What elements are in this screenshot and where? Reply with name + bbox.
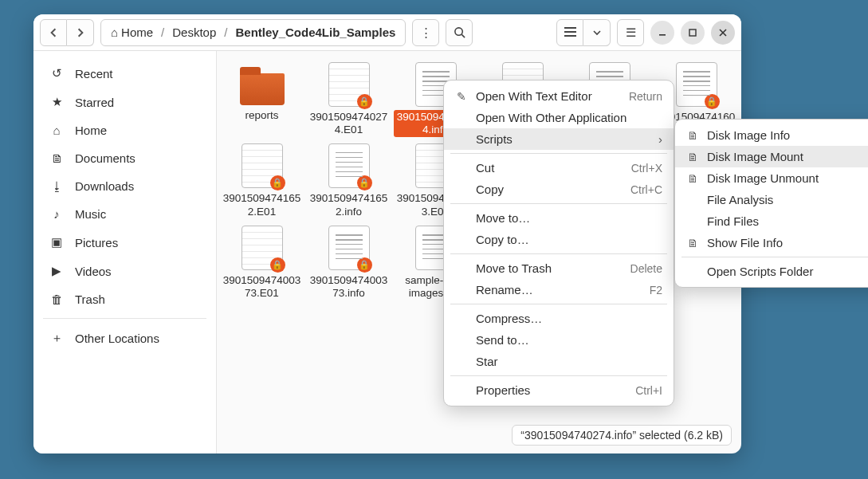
- minimize-button[interactable]: [650, 21, 674, 45]
- trash-icon: 🗑: [49, 293, 64, 306]
- nav-buttons: [40, 19, 94, 46]
- home-icon: ⌂: [49, 124, 64, 137]
- sidebar-item-label: Starred: [75, 96, 114, 109]
- file-icon: 🗎: [686, 237, 699, 249]
- menu-separator: [450, 304, 667, 304]
- sidebar-item-downloads[interactable]: ⭳ Downloads: [33, 172, 216, 200]
- sidebar-separator: [43, 318, 206, 319]
- menu-item-disk-image-info[interactable]: 🗎Disk Image Info›: [675, 124, 868, 146]
- file-label: 390150947400373.info: [307, 273, 391, 300]
- menu-item-label: Find Files: [707, 214, 866, 228]
- menu-item-file-analysis[interactable]: File Analysis›: [675, 189, 868, 210]
- crumb-home-label: Home: [121, 26, 153, 39]
- sidebar-item-videos[interactable]: ▶ Videos: [33, 257, 216, 285]
- menu-item-label: Rename…: [476, 283, 642, 296]
- menu-item-label: Scripts: [476, 132, 650, 146]
- list-view-button[interactable]: [556, 19, 583, 46]
- file-item[interactable]: reports: [218, 59, 305, 140]
- sidebar-item-pictures[interactable]: ▣ Pictures: [33, 228, 216, 257]
- file-item[interactable]: 🔒 390150947400373.info: [305, 222, 392, 304]
- menu-item-scripts[interactable]: Scripts›: [444, 128, 674, 150]
- menu-item-label: Compress…: [476, 312, 662, 325]
- menu-item-label: Disk Image Unmount: [707, 171, 868, 185]
- lock-badge-icon: 🔒: [270, 257, 285, 273]
- menu-item-find-files[interactable]: Find Files›: [675, 210, 868, 232]
- menu-item-accel: Delete: [630, 262, 662, 275]
- menu-item-disk-image-unmount[interactable]: 🗎Disk Image Unmount: [675, 167, 868, 189]
- menu-item-label: Move to…: [476, 211, 662, 225]
- picture-icon: ▣: [49, 235, 64, 249]
- folder-icon: [240, 73, 285, 105]
- menu-item-copy[interactable]: CopyCtrl+C: [444, 179, 674, 200]
- menu-item-accel: Ctrl+X: [631, 162, 662, 175]
- file-item[interactable]: 🔒 39015094741652.E01: [218, 140, 305, 222]
- sidebar-item-recent[interactable]: ↺ Recent: [33, 59, 216, 88]
- clock-icon: ↺: [49, 66, 64, 80]
- search-button[interactable]: [446, 19, 473, 46]
- menu-item-properties[interactable]: PropertiesCtrl+I: [444, 379, 674, 401]
- sidebar-item-starred[interactable]: ★ Starred: [33, 88, 216, 116]
- menu-item-rename[interactable]: Rename…F2: [444, 279, 674, 300]
- text-icon: 🔒: [328, 143, 370, 188]
- svg-rect-4: [659, 34, 666, 36]
- sidebar-item-music[interactable]: ♪ Music: [33, 200, 216, 228]
- context-menu: ✎Open With Text EditorReturnOpen With Ot…: [443, 80, 674, 406]
- menu-separator: [681, 257, 868, 257]
- menu-item-accel: Ctrl+I: [635, 384, 662, 397]
- menu-item-label: Disk Image Info: [707, 128, 866, 142]
- lock-badge-icon: 🔒: [270, 175, 285, 190]
- menu-item-copy-to[interactable]: Copy to…: [444, 229, 674, 250]
- hamburger-menu-button[interactable]: ☰: [617, 19, 644, 46]
- close-button[interactable]: [711, 21, 735, 45]
- menu-item-label: Show File Info: [707, 236, 868, 249]
- menu-separator: [450, 203, 667, 204]
- file-item[interactable]: 🔒 390150947400373.E01: [218, 222, 305, 304]
- sidebar-item-trash[interactable]: 🗑 Trash: [33, 285, 216, 313]
- forward-button[interactable]: [67, 19, 94, 46]
- crumb-sep: /: [224, 26, 227, 39]
- menu-item-show-file-info[interactable]: 🗎Show File Info: [675, 232, 868, 253]
- view-dropdown-button[interactable]: [583, 19, 611, 46]
- crumb-desktop[interactable]: Desktop: [166, 22, 222, 42]
- sidebar-item-label: Pictures: [75, 236, 118, 249]
- menu-item-label: Move to Trash: [476, 261, 623, 275]
- sidebar-item-other-locations[interactable]: ＋ Other Locations: [33, 324, 216, 353]
- menu-item-compress[interactable]: Compress…: [444, 308, 674, 329]
- sidebar-item-label: Music: [75, 207, 106, 221]
- back-button[interactable]: [40, 19, 67, 46]
- places-sidebar: ↺ Recent★ Starred⌂ Home🗎 Documents⭳ Down…: [33, 51, 217, 453]
- crumb-home[interactable]: ⌂ Home: [104, 22, 159, 42]
- crumb-current[interactable]: Bentley_Code4Lib_Samples: [229, 22, 402, 42]
- home-icon: ⌂: [111, 26, 118, 39]
- chevron-right-icon: ›: [658, 132, 662, 146]
- scripts-submenu: 🗎Disk Image Info›🗎Disk Image Mount🗎Disk …: [674, 119, 868, 288]
- menu-item-open-with-text-editor[interactable]: ✎Open With Text EditorReturn: [444, 85, 674, 107]
- menu-item-disk-image-mount[interactable]: 🗎Disk Image Mount: [675, 146, 868, 167]
- path-options-button[interactable]: ⋮: [412, 19, 439, 46]
- edit-icon: ✎: [455, 90, 468, 103]
- file-item[interactable]: 🔒 39015094740274.E01: [305, 59, 392, 140]
- menu-item-open-scripts-folder[interactable]: Open Scripts Folder: [675, 261, 868, 282]
- menu-item-cut[interactable]: CutCtrl+X: [444, 157, 674, 179]
- sidebar-item-documents[interactable]: 🗎 Documents: [33, 144, 216, 172]
- file-item[interactable]: 🔒 39015094741652.info: [305, 140, 392, 222]
- status-bar: “39015094740274.info” selected (6.2 kB): [512, 425, 732, 446]
- sidebar-item-home[interactable]: ⌂ Home: [33, 116, 216, 144]
- text-icon: 🔒: [328, 226, 370, 270]
- menu-item-move-to-trash[interactable]: Move to TrashDelete: [444, 257, 674, 279]
- sidebar-item-label: Trash: [75, 293, 105, 306]
- menu-item-move-to[interactable]: Move to…: [444, 207, 674, 229]
- breadcrumb: ⌂ Home / Desktop / Bentley_Code4Lib_Samp…: [100, 19, 406, 46]
- menu-item-label: Copy: [476, 183, 623, 196]
- menu-item-send-to[interactable]: Send to…: [444, 329, 674, 351]
- menu-item-open-with-other-application[interactable]: Open With Other Application: [444, 107, 674, 128]
- lock-badge-icon: 🔒: [357, 175, 372, 190]
- menu-item-star[interactable]: Star: [444, 351, 674, 372]
- svg-rect-5: [689, 29, 696, 36]
- download-icon: ⭳: [49, 179, 64, 193]
- maximize-button[interactable]: [681, 21, 705, 45]
- menu-item-label: Copy to…: [476, 233, 662, 246]
- menu-item-label: Open With Text Editor: [476, 89, 621, 103]
- file-label: 39015094741652.info: [307, 191, 391, 218]
- binary-icon: 🔒: [328, 62, 370, 107]
